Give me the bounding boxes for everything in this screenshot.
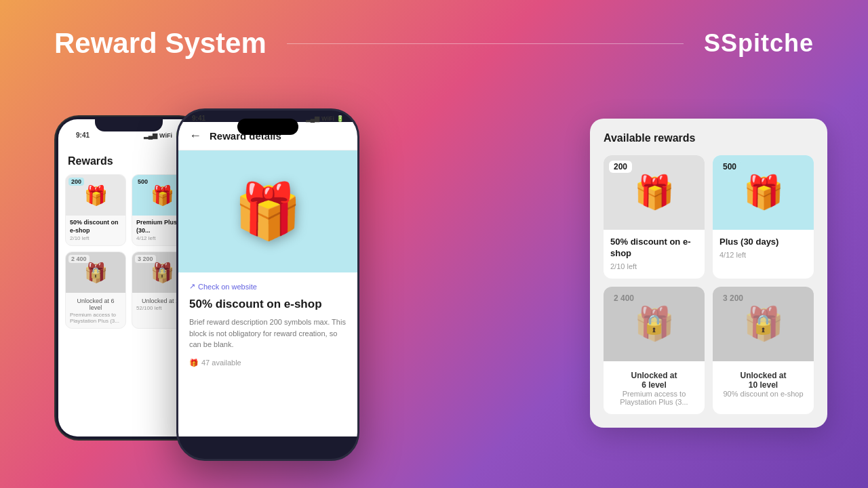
status-icons-front: ▂▄▆ WiFi 🔋 [306,115,344,122]
panel-badge-2: 500 [718,161,741,173]
panel-card-1-img: 200 🎁 [604,155,705,230]
logo: SSpitche [704,29,814,58]
panel-badge-1: 200 [609,161,632,173]
dynamic-island [237,119,298,135]
gift-icon-large: 🎁 [234,180,302,243]
panel-card-2: 500 🎁 Plus (30 days) 4/12 left [713,155,814,279]
back-card-3-unlocked: Unlocked at 6 level [70,298,121,311]
panel-card-4-img: 3 200 🎁 🔒 [713,287,814,361]
reward-info: ↗ Check on website 50% discount on e-sho… [178,272,357,377]
panel-gift-1: 🎁 [634,174,675,211]
panel-card-3-img: 2 400 🎁 🔒 [604,287,705,361]
panel-card-2-sub: 4/12 left [719,251,807,259]
back-card-3-badge: 2 400 [68,255,90,263]
back-button[interactable]: ← [189,129,201,143]
back-card-3: 2 400 🎁 🔒 Unlocked at 6 level Premium ac… [65,251,126,329]
back-card-1-badge: 200 [68,178,84,186]
check-website-link[interactable]: ↗ Check on website [189,282,347,291]
panel-card-1: 200 🎁 50% discount on e-shop 2/10 left [604,155,705,279]
back-card-1: 200 🎁 50% discount on e-shop 2/10 left [65,174,126,246]
front-phone-screen: ← Reward details 🎁 ↗ Check on website 50… [178,122,357,436]
panel-card-2-img: 500 🎁 [713,155,814,230]
panel-card-4-sub: 90% discount on e-shop [719,390,807,398]
back-card-3-sub: Premium access to Playstation Plus (3... [70,312,121,324]
panel-lock-icon-3: 🔒 [642,312,666,335]
header-divider [287,43,684,44]
panel-badge-4: 3 200 [718,292,748,304]
panel-gift-2: 🎁 [743,174,784,211]
back-card-2-badge: 500 [135,178,151,186]
rewards-panel: Available rewards 200 🎁 50% discount on … [590,119,827,428]
notch [95,117,163,131]
panel-card-4-unlocked: Unlocked at10 level [719,371,807,390]
back-card-1-img: 200 🎁 [66,175,125,216]
panel-title: Available rewards [604,132,814,144]
header: Reward System SSpitche [54,27,814,60]
back-phone-title: Rewards [65,142,193,167]
available-count: 🎁 47 available [189,359,347,367]
back-card-1-sub: 2/10 left [70,235,121,241]
front-reward-desc: Brief reward description 200 symbols max… [189,317,347,350]
panel-card-1-name: 50% discount on e-shop [610,237,698,260]
panel-grid: 200 🎁 50% discount on e-shop 2/10 left 5… [604,155,814,414]
page-title: Reward System [54,27,267,60]
panel-card-2-name: Plus (30 days) [719,237,807,248]
panel-badge-3: 2 400 [609,292,639,304]
phones-area: 9:41 ▂▄▆ WiFi 🔋 Rewards 200 🎁 [54,108,359,461]
back-phone-grid: 200 🎁 50% discount on e-shop 2/10 left 5… [65,174,193,329]
panel-card-3-sub: Premium access to Playstation Plus (3... [610,390,698,406]
back-card-1-name: 50% discount on e-shop [70,219,121,235]
panel-card-1-sub: 2/10 left [610,262,698,270]
panel-card-4: 3 200 🎁 🔒 Unlocked at10 level 90% discou… [713,287,814,414]
reward-image-area: 🎁 [178,150,357,272]
external-link-icon: ↗ [189,282,195,291]
panel-card-3: 2 400 🎁 🔒 Unlocked at6 level Premium acc… [604,287,705,414]
available-icon: 🎁 [189,359,199,367]
panel-lock-icon-4: 🔒 [751,312,775,335]
front-reward-name: 50% discount on e-shop [189,298,347,311]
lock-icon-4: 🔒 [155,266,169,279]
lock-icon-3: 🔒 [89,266,102,279]
phone-front: 9:41 ▂▄▆ WiFi 🔋 ← Reward details 🎁 ↗ Che… [176,108,359,461]
panel-card-3-unlocked: Unlocked at6 level [610,371,698,390]
back-card-4-badge: 3 200 [135,255,156,263]
back-card-3-img: 2 400 🎁 🔒 [66,252,125,293]
